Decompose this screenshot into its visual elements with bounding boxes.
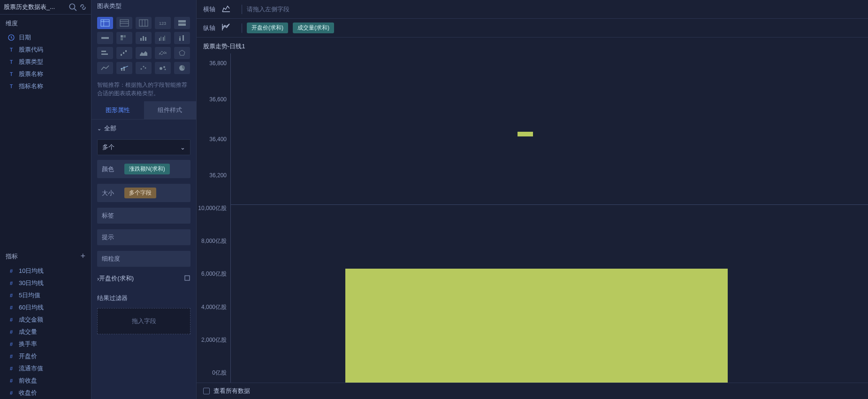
all-collapse[interactable]: ⌄ 全部 — [91, 120, 196, 137]
y-tick: 36,600 — [209, 96, 227, 103]
view-all-checkbox[interactable] — [203, 388, 210, 394]
field-label: 股票类型 — [19, 58, 43, 66]
field-label: 指标名称 — [19, 82, 43, 90]
config-tabs: 图形属性 组件样式 — [91, 101, 196, 120]
tab-component-style[interactable]: 组件样式 — [144, 101, 197, 119]
field-label: 成交金额 — [19, 316, 43, 324]
svg-rect-44 — [185, 276, 190, 280]
svg-rect-32 — [123, 52, 124, 54]
field-ma60[interactable]: #60日均线 — [4, 301, 87, 314]
add-metric-icon[interactable]: + — [80, 251, 85, 261]
divider — [242, 23, 242, 33]
y-axis-label: 纵轴 — [203, 24, 215, 32]
svg-rect-15 — [101, 37, 109, 39]
y-axis-type-icon[interactable] — [221, 23, 231, 33]
bar-open-price[interactable] — [518, 132, 533, 136]
filter-label: 结果过滤器 — [97, 291, 190, 305]
hash-icon: # — [8, 316, 15, 324]
hash-icon: # — [8, 377, 15, 384]
chart-type-bar-v[interactable] — [136, 32, 152, 44]
chart-type-bubble[interactable] — [155, 62, 171, 74]
field-prev-close[interactable]: #前收盘 — [4, 375, 87, 387]
chart-type-waterfall[interactable] — [116, 47, 132, 59]
filter-drop-zone[interactable]: 拖入字段 — [97, 308, 190, 334]
prop-tooltip-label: 提示 — [102, 233, 121, 241]
svg-point-38 — [143, 66, 145, 68]
main-panel: 横轴 请拖入左侧字段 纵轴 开盘价(求和) 成交量(求和) 股票走势-日线1 3… — [197, 0, 868, 399]
dimensions-list: 日期 T 股票代码 T 股票类型 T 股票名称 T 指标名称 — [0, 31, 91, 92]
field-stock-code[interactable]: T 股票代码 — [4, 44, 87, 56]
hash-icon: # — [8, 365, 15, 372]
chart-type-scatter[interactable] — [136, 62, 152, 74]
chart-type-radar[interactable] — [174, 47, 190, 59]
y-pill-volume[interactable]: 成交量(求和) — [293, 23, 334, 33]
expand-open-price[interactable]: › 开盘价(求和) — [91, 270, 196, 287]
plot-area[interactable] — [230, 53, 868, 383]
shape-select-value: 多个 — [102, 143, 114, 151]
field-ma10[interactable]: #10日均线 — [4, 265, 87, 277]
field-amount[interactable]: #成交金额 — [4, 314, 87, 326]
prop-granularity[interactable]: 细粒度 — [97, 251, 190, 267]
dataset-title: 股票历史数据表_... — [4, 3, 67, 11]
field-turnover[interactable]: #换手率 — [4, 338, 87, 350]
field-label: 60日均线 — [19, 303, 44, 312]
field-open[interactable]: #开盘价 — [4, 350, 87, 362]
chart-type-bar-stacked[interactable] — [174, 32, 190, 44]
y-pill-open[interactable]: 开盘价(求和) — [247, 23, 288, 33]
chart-type-heatmap[interactable] — [116, 32, 132, 44]
chart-type-gauge[interactable] — [97, 32, 113, 44]
link-icon[interactable] — [79, 3, 87, 11]
text-icon: T — [8, 46, 15, 53]
field-label: 股票代码 — [19, 45, 43, 54]
prop-tooltip[interactable]: 提示 — [97, 229, 190, 245]
chart-type-table1[interactable] — [97, 17, 113, 29]
divider — [242, 5, 242, 14]
tab-shape-props[interactable]: 图形属性 — [91, 101, 144, 119]
prop-color[interactable]: 颜色 涨跌额N(求和) — [97, 160, 190, 178]
field-label: 前收盘 — [19, 376, 37, 385]
prop-size[interactable]: 大小 多个字段 — [97, 184, 190, 202]
field-volume[interactable]: #成交量 — [4, 326, 87, 338]
prop-label[interactable]: 标签 — [97, 208, 190, 224]
chart-type-table3[interactable] — [136, 17, 152, 29]
chart-type-line-multi[interactable] — [155, 47, 171, 59]
field-close[interactable]: #收盘价 — [4, 387, 87, 399]
chart-type-pie[interactable] — [174, 62, 190, 74]
svg-rect-23 — [160, 37, 161, 41]
svg-point-42 — [165, 69, 166, 70]
chart-type-card[interactable] — [174, 17, 190, 29]
chart-type-combo[interactable] — [116, 62, 132, 74]
field-label: 30日均线 — [19, 279, 44, 287]
search-icon[interactable] — [69, 3, 77, 11]
svg-point-39 — [145, 68, 146, 69]
chart-body: 36,800 36,600 36,400 36,200 10,000亿股 8,0… — [197, 53, 868, 383]
svg-rect-33 — [125, 50, 127, 52]
chart-type-line[interactable] — [97, 62, 113, 74]
shape-select[interactable]: 多个 ⌄ — [97, 139, 190, 155]
field-stock-type[interactable]: T 股票类型 — [4, 56, 87, 68]
prop-label-label: 标签 — [102, 211, 121, 220]
y-axis-bar: 纵轴 开盘价(求和) 成交量(求和) — [197, 19, 868, 38]
view-all-label: 查看所有数据 — [213, 387, 250, 395]
field-float-cap[interactable]: #流通市值 — [4, 362, 87, 375]
hash-icon: # — [8, 389, 15, 397]
field-ma30[interactable]: #30日均线 — [4, 277, 87, 289]
chart-type-table2[interactable] — [116, 17, 132, 29]
chart-type-kpi[interactable]: 123 — [155, 17, 171, 29]
field-stock-name[interactable]: T 股票名称 — [4, 68, 87, 80]
chart-type-area[interactable] — [136, 47, 152, 59]
field-indicator-name[interactable]: T 指标名称 — [4, 80, 87, 92]
x-axis-type-icon[interactable] — [221, 4, 231, 15]
x-axis-drop-hint[interactable]: 请拖入左侧字段 — [247, 5, 289, 14]
svg-rect-20 — [143, 36, 144, 41]
chart-type-bar-grouped[interactable] — [155, 32, 171, 44]
text-icon: T — [8, 58, 15, 66]
chart-type-bar-h[interactable] — [97, 47, 113, 59]
field-ma5[interactable]: #5日均值 — [4, 289, 87, 301]
field-date[interactable]: 日期 — [4, 31, 87, 44]
bar-volume[interactable] — [345, 269, 728, 383]
expand-label: 开盘价(求和) — [99, 274, 134, 283]
y-tick: 36,800 — [209, 60, 227, 67]
svg-rect-18 — [121, 38, 123, 40]
result-filter: 结果过滤器 拖入字段 — [97, 291, 190, 334]
